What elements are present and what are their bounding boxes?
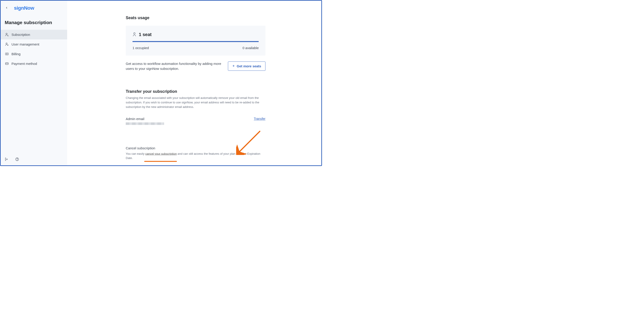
main-content: Seats usage 1 seat 1 occupied 0 availabl… <box>67 1 321 165</box>
transfer-section: Transfer your subscription Changing the … <box>126 89 266 125</box>
seats-available: 0 available <box>242 46 259 50</box>
person-icon <box>132 32 136 37</box>
svg-point-3 <box>6 43 7 44</box>
money-icon <box>5 52 9 56</box>
logout-icon <box>4 157 8 162</box>
get-more-seats-label: Get more seats <box>237 64 261 68</box>
brand-logo: signNow <box>14 5 34 11</box>
chevron-left-icon <box>6 6 8 10</box>
sidebar-item-label: User management <box>12 42 39 46</box>
cancel-section: Cancel subscription You can easily cance… <box>126 146 266 162</box>
cancel-text: You can easily cancel your subscription … <box>126 151 266 160</box>
get-more-seats-button[interactable]: Get more seats <box>228 61 266 71</box>
seats-cta-row: Get access to workflow automation functi… <box>126 61 266 71</box>
cancel-subscription-link[interactable]: cancel your subscription <box>145 152 177 155</box>
admin-email-label: Admin email <box>126 117 164 121</box>
page-title: Manage subscription <box>1 12 67 30</box>
help-button[interactable] <box>15 157 20 162</box>
admin-email-block: Admin email <box>126 117 164 125</box>
admin-email-row: Admin email Transfer <box>126 117 266 125</box>
help-icon <box>15 157 19 162</box>
sidebar-item-payment-method[interactable]: Payment method <box>1 59 67 68</box>
card-icon <box>5 61 9 66</box>
sidebar-header: signNow <box>1 1 67 12</box>
svg-point-11 <box>17 160 17 160</box>
annotation-underline <box>144 161 177 162</box>
seats-count: 1 seat <box>139 32 152 37</box>
sidebar-nav: Subscription User management Billing Pay… <box>1 30 67 68</box>
transfer-link[interactable]: Transfer <box>254 117 266 120</box>
seats-usage-title: Seats usage <box>126 15 266 20</box>
seats-card: 1 seat 1 occupied 0 available <box>126 26 266 56</box>
seats-occupied: 1 occupied <box>132 46 149 50</box>
cancel-title: Cancel subscription <box>126 146 266 150</box>
sidebar-item-label: Payment method <box>12 62 37 65</box>
sidebar: signNow Manage subscription Subscription… <box>1 1 67 165</box>
sidebar-item-label: Subscription <box>12 33 30 36</box>
sidebar-item-subscription[interactable]: Subscription <box>1 30 67 39</box>
sidebar-footer <box>4 157 20 162</box>
person-info-icon <box>5 32 9 37</box>
svg-point-0 <box>6 33 7 34</box>
svg-point-12 <box>134 32 135 34</box>
admin-email-redacted <box>126 122 164 125</box>
seats-progress-bar <box>132 41 259 42</box>
logout-button[interactable] <box>4 157 9 162</box>
seats-header: 1 seat <box>132 32 259 37</box>
app-window: signNow Manage subscription Subscription… <box>0 0 322 166</box>
plus-icon <box>232 64 235 68</box>
sidebar-item-label: Billing <box>12 52 20 56</box>
person-plus-icon <box>5 42 9 46</box>
seats-cta-text: Get access to workflow automation functi… <box>126 61 221 71</box>
seats-stats-row: 1 occupied 0 available <box>132 46 259 50</box>
transfer-title: Transfer your subscription <box>126 89 266 94</box>
transfer-description: Changing the email associated with your … <box>126 95 266 109</box>
back-button[interactable] <box>4 5 10 11</box>
cancel-text-prefix: You can easily <box>126 152 145 155</box>
sidebar-item-billing[interactable]: Billing <box>1 49 67 59</box>
sidebar-item-user-management[interactable]: User management <box>1 39 67 49</box>
